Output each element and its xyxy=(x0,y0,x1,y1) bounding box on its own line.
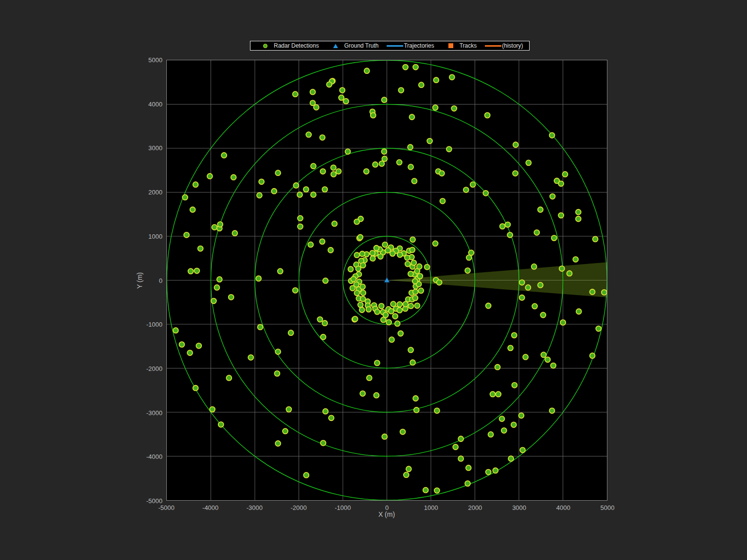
radar-detection xyxy=(538,282,543,288)
radar-detection xyxy=(499,416,504,421)
radar-detection xyxy=(550,408,555,413)
radar-detection xyxy=(188,268,194,274)
radar-detection xyxy=(523,354,528,360)
radar-detection xyxy=(576,216,581,222)
radar-detection xyxy=(540,313,546,318)
radar-detection xyxy=(323,409,328,414)
radar-detection xyxy=(271,189,277,194)
radar-detection xyxy=(359,307,365,313)
ground-truth-triangle-icon xyxy=(333,44,338,48)
radar-detection xyxy=(493,468,498,473)
radar-detection xyxy=(397,159,402,165)
radar-detection xyxy=(382,434,387,439)
legend-item-radar-detections: Radar Detections xyxy=(256,41,327,50)
radar-detection xyxy=(434,488,440,493)
radar-detection xyxy=(217,277,222,282)
x-tick-label: 2000 xyxy=(468,504,482,511)
radar-detection xyxy=(532,264,537,269)
radar-detection xyxy=(412,295,418,300)
radar-detection xyxy=(465,481,470,486)
figure-canvas: Radar Detections Ground Truth Trajectori… xyxy=(0,0,747,560)
radar-detection xyxy=(382,156,387,161)
radar-detection xyxy=(364,169,369,174)
radar-detection xyxy=(275,170,281,175)
radar-detection xyxy=(382,97,387,103)
radar-detection xyxy=(532,303,537,309)
radar-detection xyxy=(501,428,507,433)
radar-detection xyxy=(310,89,316,95)
radar-detection xyxy=(408,303,413,309)
x-axis-label: X (m) xyxy=(378,510,395,518)
radar-detection xyxy=(306,132,311,137)
plot-area xyxy=(166,60,607,501)
radar-detection xyxy=(423,488,428,493)
radar-ppi-plot xyxy=(167,60,607,500)
radar-detection xyxy=(210,407,215,412)
radar-detection xyxy=(534,230,539,235)
radar-detection xyxy=(449,74,455,80)
radar-detection xyxy=(433,77,439,83)
y-tick-label: -3000 xyxy=(146,409,162,416)
radar-detection xyxy=(258,324,263,330)
radar-detection xyxy=(403,65,408,70)
radar-detection xyxy=(576,210,581,215)
radar-detection xyxy=(374,245,379,251)
radar-detection xyxy=(576,309,582,314)
radar-detection xyxy=(370,250,375,256)
radar-detection xyxy=(418,288,424,293)
ground-truth-marker xyxy=(385,278,390,282)
trajectory-line-icon xyxy=(387,45,403,47)
radar-detection xyxy=(207,174,213,179)
radar-detection xyxy=(379,161,384,166)
radar-detection xyxy=(328,247,333,253)
radar-detection xyxy=(193,385,198,391)
radar-detection xyxy=(217,222,223,227)
radar-detection xyxy=(417,274,423,279)
radar-detection xyxy=(496,391,501,397)
radar-detection xyxy=(512,383,517,388)
radar-detection xyxy=(371,113,376,118)
radar-detection xyxy=(410,237,415,242)
radar-detection xyxy=(513,171,518,176)
radar-detection xyxy=(332,221,337,227)
radar-detection xyxy=(593,236,598,242)
radar-detection xyxy=(538,207,543,212)
radar-detection xyxy=(519,295,525,300)
radar-detection xyxy=(303,472,309,478)
radar-detection xyxy=(400,429,406,435)
radar-detection xyxy=(446,146,452,152)
y-tick-label: 5000 xyxy=(148,56,162,64)
radar-detection xyxy=(311,192,316,197)
radar-detection xyxy=(417,264,422,269)
radar-detection xyxy=(359,251,365,257)
y-tick-label: 3000 xyxy=(148,144,162,152)
x-tick-label: -3000 xyxy=(247,504,263,511)
radar-detection xyxy=(367,375,372,381)
radar-detection xyxy=(381,149,387,154)
radar-detection xyxy=(404,472,409,477)
x-tick-label: -1000 xyxy=(335,504,351,511)
legend: Radar Detections Ground Truth Trajectori… xyxy=(250,41,530,51)
radar-detection xyxy=(551,235,557,241)
radar-detection xyxy=(336,169,341,174)
x-tick-label: 0 xyxy=(385,504,389,511)
radar-detection xyxy=(232,230,237,236)
y-tick-label: -1000 xyxy=(146,321,162,328)
radar-detection xyxy=(378,254,383,259)
radar-detection xyxy=(551,363,556,368)
radar-detection xyxy=(374,360,380,366)
radar-detection xyxy=(198,246,203,251)
radar-detection xyxy=(322,320,327,326)
radar-detection xyxy=(231,175,236,180)
legend-label-radar-detections: Radar Detections xyxy=(274,42,327,49)
radar-detection xyxy=(409,247,415,253)
radar-detection xyxy=(466,465,471,471)
radar-detection xyxy=(360,284,365,289)
radar-detection xyxy=(602,290,607,295)
radar-detection xyxy=(558,181,564,186)
radar-detection xyxy=(518,413,524,418)
radar-detection xyxy=(453,444,458,450)
radar-detection xyxy=(218,422,224,427)
radar-detection xyxy=(573,257,578,262)
radar-detection xyxy=(427,139,432,144)
